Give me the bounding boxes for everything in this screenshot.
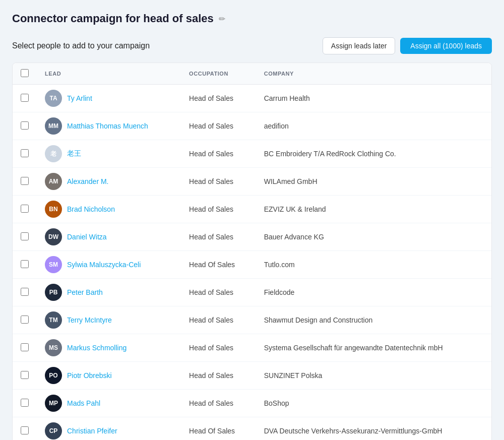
- avatar: BN: [45, 201, 62, 218]
- avatar: MS: [45, 339, 62, 356]
- table-row: MM Matthias Thomas Muench Head of Sales …: [13, 112, 491, 140]
- avatar: MP: [45, 395, 62, 412]
- lead-name[interactable]: Terry McIntyre: [67, 316, 112, 324]
- page-title-row: Connector campaign for head of sales ✏: [12, 12, 492, 25]
- row-checkbox[interactable]: [21, 177, 29, 185]
- page-title: Connector campaign for head of sales: [12, 12, 214, 25]
- company-cell: Shawmut Design and Construction: [256, 306, 491, 334]
- avatar: CP: [45, 422, 62, 439]
- lead-cell: MM Matthias Thomas Muench: [37, 112, 181, 140]
- company-cell: BoShop: [256, 390, 491, 417]
- occupation-cell: Head of Sales: [181, 112, 256, 140]
- row-checkbox[interactable]: [21, 288, 29, 296]
- table-row: PB Peter Barth Head of Sales Fieldcode: [13, 279, 491, 306]
- lead-name[interactable]: Peter Barth: [67, 288, 103, 296]
- company-cell: WILAmed GmbH: [256, 168, 491, 196]
- row-checkbox-cell[interactable]: [13, 223, 37, 251]
- occupation-cell: Head of Sales: [181, 334, 256, 362]
- campaign-subtitle: Select people to add to your campaign: [12, 41, 150, 50]
- avatar: AM: [45, 173, 62, 190]
- lead-cell: 老 老王: [37, 140, 181, 168]
- row-checkbox-cell[interactable]: [13, 251, 37, 279]
- row-checkbox-cell[interactable]: [13, 417, 37, 441]
- lead-cell: DW Daniel Witza: [37, 223, 181, 251]
- leads-table: LEAD OCCUPATION COMPANY TA Ty Arlint Hea…: [13, 63, 491, 440]
- row-checkbox-cell[interactable]: [13, 390, 37, 417]
- table-row: TM Terry McIntyre Head of Sales Shawmut …: [13, 306, 491, 334]
- row-checkbox[interactable]: [21, 399, 29, 407]
- lead-name[interactable]: Matthias Thomas Muench: [67, 122, 148, 130]
- lead-name[interactable]: Ty Arlint: [67, 94, 92, 102]
- row-checkbox-cell[interactable]: [13, 306, 37, 334]
- assign-all-leads-button[interactable]: Assign all (1000) leads: [400, 38, 492, 54]
- table-row: 老 老王 Head of Sales BC Embroidery T/A Red…: [13, 140, 491, 168]
- table-row: BN Brad Nicholson Head of Sales EZVIZ UK…: [13, 196, 491, 223]
- lead-cell: TM Terry McIntyre: [37, 306, 181, 334]
- col-occupation: OCCUPATION: [181, 63, 256, 85]
- lead-cell: MS Markus Schmolling: [37, 334, 181, 362]
- occupation-cell: Head of Sales: [181, 140, 256, 168]
- avatar: PB: [45, 284, 62, 301]
- row-checkbox[interactable]: [21, 316, 29, 324]
- lead-cell: PB Peter Barth: [37, 279, 181, 306]
- lead-name[interactable]: Christian Pfeifer: [67, 427, 117, 435]
- lead-name[interactable]: Alexander M.: [67, 177, 108, 185]
- row-checkbox[interactable]: [21, 371, 29, 379]
- row-checkbox[interactable]: [21, 232, 29, 240]
- occupation-cell: Head of Sales: [181, 279, 256, 306]
- select-all-checkbox[interactable]: [21, 69, 29, 77]
- table-row: AM Alexander M. Head of Sales WILAmed Gm…: [13, 168, 491, 196]
- occupation-cell: Head of Sales: [181, 168, 256, 196]
- occupation-cell: Head of Sales: [181, 306, 256, 334]
- row-checkbox[interactable]: [21, 149, 29, 157]
- avatar: TA: [45, 90, 62, 107]
- row-checkbox-cell[interactable]: [13, 168, 37, 196]
- lead-cell: TA Ty Arlint: [37, 85, 181, 112]
- company-cell: Bauer Advance KG: [256, 223, 491, 251]
- row-checkbox-cell[interactable]: [13, 279, 37, 306]
- row-checkbox[interactable]: [21, 121, 29, 130]
- row-checkbox[interactable]: [21, 260, 29, 268]
- avatar: SM: [45, 256, 62, 273]
- lead-name[interactable]: 老王: [67, 149, 81, 158]
- row-checkbox-cell[interactable]: [13, 112, 37, 140]
- lead-name[interactable]: Brad Nicholson: [67, 205, 115, 213]
- row-checkbox[interactable]: [21, 426, 29, 434]
- page-container: Connector campaign for head of sales ✏ S…: [0, 0, 504, 440]
- row-checkbox-cell[interactable]: [13, 85, 37, 112]
- row-checkbox[interactable]: [21, 94, 29, 102]
- row-checkbox-cell[interactable]: [13, 362, 37, 390]
- col-lead: LEAD: [37, 63, 181, 85]
- company-cell: Carrum Health: [256, 85, 491, 112]
- company-cell: EZVIZ UK & Ireland: [256, 196, 491, 223]
- occupation-cell: Head Of Sales: [181, 251, 256, 279]
- occupation-cell: Head of Sales: [181, 362, 256, 390]
- row-checkbox[interactable]: [21, 343, 29, 351]
- lead-name[interactable]: Sylwia Maluszycka-Celi: [67, 261, 141, 269]
- row-checkbox-cell[interactable]: [13, 334, 37, 362]
- table-row: PO Piotr Obrebski Head of Sales SUNZINET…: [13, 362, 491, 390]
- occupation-cell: Head of Sales: [181, 196, 256, 223]
- company-cell: SUNZINET Polska: [256, 362, 491, 390]
- table-row: DW Daniel Witza Head of Sales Bauer Adva…: [13, 223, 491, 251]
- lead-name[interactable]: Markus Schmolling: [67, 344, 127, 352]
- lead-cell: BN Brad Nicholson: [37, 196, 181, 223]
- lead-name[interactable]: Daniel Witza: [67, 233, 107, 241]
- occupation-cell: Head of Sales: [181, 390, 256, 417]
- table-row: MP Mads Pahl Head of Sales BoShop: [13, 390, 491, 417]
- table-body: TA Ty Arlint Head of Sales Carrum Health…: [13, 85, 491, 441]
- company-cell: aedifion: [256, 112, 491, 140]
- col-checkbox: [13, 63, 37, 85]
- table-header-row: LEAD OCCUPATION COMPANY: [13, 63, 491, 85]
- row-checkbox-cell[interactable]: [13, 196, 37, 223]
- assign-leads-later-button[interactable]: Assign leads later: [323, 37, 396, 54]
- row-checkbox[interactable]: [21, 205, 29, 213]
- lead-name[interactable]: Mads Pahl: [67, 399, 100, 407]
- edit-icon[interactable]: ✏: [219, 14, 225, 24]
- avatar: DW: [45, 228, 62, 245]
- company-cell: DVA Deutsche Verkehrs-Assekuranz-Vermitt…: [256, 417, 491, 441]
- avatar: TM: [45, 311, 62, 329]
- lead-name[interactable]: Piotr Obrebski: [67, 371, 112, 380]
- lead-cell: CP Christian Pfeifer: [37, 417, 181, 441]
- row-checkbox-cell[interactable]: [13, 140, 37, 168]
